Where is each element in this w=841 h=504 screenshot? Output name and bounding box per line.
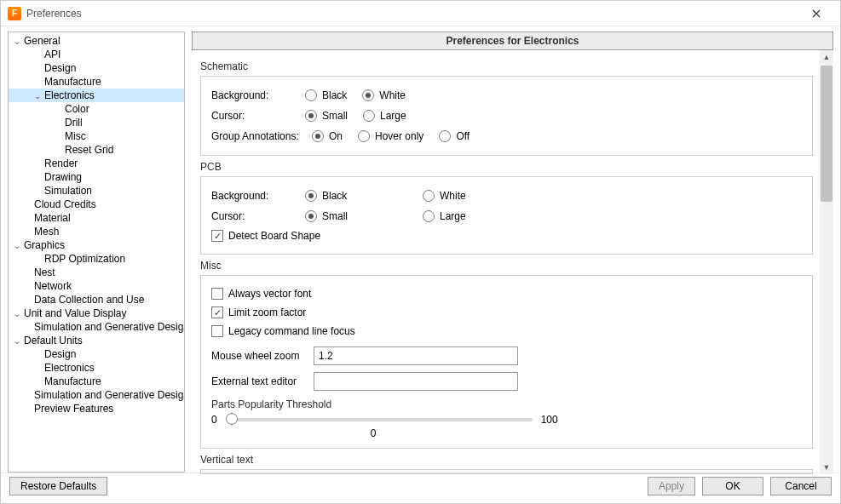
pcb-cursor-small[interactable]: Small [305,210,407,222]
tree-item-label: Mesh [32,226,59,238]
tree-item[interactable]: Simulation [9,184,184,198]
tree-item-label: API [43,49,60,60]
ok-button[interactable]: OK [702,477,763,495]
chevron-down-icon[interactable]: ⌄ [12,336,22,346]
page-header: Preferences for Electronics [192,32,833,50]
chevron-down-icon[interactable]: ⌄ [32,91,43,100]
tree-item[interactable]: Design [9,347,184,361]
chevron-down-icon[interactable]: ⌄ [12,309,22,318]
tree-item[interactable]: Network [9,279,184,293]
tree-item-label: RDP Optimization [43,253,125,265]
group-title-pcb: PCB [200,161,813,173]
pcb-cursor-large[interactable]: Large [423,210,466,222]
tree-item[interactable]: Misc [9,129,184,143]
tree-item[interactable]: RDP Optimization [9,252,184,266]
form-area: Schematic Background: Black White Cursor… [192,50,820,474]
tree-item[interactable]: Color [9,102,184,116]
tree-item[interactable]: ⌄General [9,34,184,48]
parts-pop-label: Parts Popularity Threshold [211,398,802,410]
tree-item-label: Material [32,212,71,224]
nav-tree[interactable]: ⌄GeneralAPIDesignManufacture⌄Electronics… [8,32,185,472]
tree-item[interactable]: Simulation and Generative Design [9,320,184,334]
group-title-misc: Misc [200,260,813,272]
group-title-schematic: Schematic [200,60,813,72]
mouse-wheel-label: Mouse wheel zoom [211,350,314,362]
misc-limit-zoom-check[interactable]: Limit zoom factor [211,303,802,322]
tree-item[interactable]: Mesh [9,225,184,238]
schematic-cursor-small[interactable]: Small [305,110,348,122]
tree-item-label: Design [43,62,76,74]
external-editor-label: External text editor [211,375,314,387]
scroll-down-icon[interactable]: ▼ [820,461,833,474]
group-vertical [200,469,813,474]
tree-item[interactable]: API [9,48,184,61]
tree-item[interactable]: Material [9,211,184,225]
scroll-up-icon[interactable]: ▲ [820,50,833,64]
tree-item-label: Color [63,103,89,115]
tree-item[interactable]: Nest [9,266,184,279]
chevron-down-icon[interactable]: ⌄ [12,241,22,250]
tree-item-label: Preview Features [32,403,113,415]
tree-item[interactable]: ⌄Default Units [9,334,184,347]
tree-item[interactable]: Electronics [9,361,184,375]
tree-item[interactable]: Drill [9,116,184,129]
misc-legacy-cmd-check[interactable]: Legacy command line focus [211,322,802,341]
tree-item[interactable]: Render [9,157,184,170]
slider-max: 100 [541,414,558,426]
schematic-bg-white[interactable]: White [362,89,406,101]
tree-item[interactable]: Drawing [9,170,184,184]
pcb-bg-black[interactable]: Black [305,190,407,202]
tree-item-label: Simulation [43,185,92,197]
tree-item[interactable]: Design [9,61,184,75]
close-button[interactable] [799,2,833,26]
pcb-detect-board-check[interactable]: Detect Board Shape [211,226,802,245]
schematic-groupann-on[interactable]: On [312,130,343,142]
parts-pop-slider[interactable] [226,418,533,421]
schematic-cursor-label: Cursor: [211,110,305,122]
pcb-bg-white[interactable]: White [423,190,466,202]
cancel-button[interactable]: Cancel [770,477,832,495]
apply-button[interactable]: Apply [648,477,695,495]
tree-item-label: Drawing [43,171,82,183]
tree-item[interactable]: Data Collection and Use [9,293,184,306]
schematic-cursor-large[interactable]: Large [363,110,406,122]
slider-min: 0 [211,414,217,426]
schematic-groupann-off[interactable]: Off [439,130,469,142]
tree-item[interactable]: Cloud Credits [9,198,184,211]
mouse-wheel-input[interactable] [314,346,518,365]
tree-item[interactable]: Reset Grid [9,143,184,157]
restore-defaults-button[interactable]: Restore Defaults [9,477,107,495]
tree-item[interactable]: Preview Features [9,402,184,415]
dialog-footer: Restore Defaults Apply OK Cancel [1,472,840,498]
tree-item-label: Nest [32,266,55,278]
window-title: Preferences [26,8,799,20]
tree-item[interactable]: ⌄Graphics [9,238,184,252]
vertical-scrollbar[interactable]: ▲ ▼ [820,50,833,474]
schematic-bg-black[interactable]: Black [305,89,347,101]
tree-item[interactable]: Simulation and Generative Design [9,388,184,402]
tree-item-label: General [22,35,60,47]
slider-thumb[interactable] [226,413,238,425]
schematic-groupann-hover[interactable]: Hover only [358,130,423,142]
tree-item[interactable]: ⌄Unit and Value Display [9,306,184,320]
tree-item[interactable]: Manufacture [9,375,184,388]
external-editor-input[interactable] [314,372,518,391]
right-pane: Preferences for Electronics Schematic Ba… [192,32,833,472]
misc-always-vector-check[interactable]: Always vector font [211,284,802,303]
tree-item-label: Electronics [43,362,95,374]
pcb-cursor-label: Cursor: [211,210,305,222]
scroll-thumb[interactable] [821,66,832,202]
tree-item-label: Default Units [22,335,83,346]
slider-value: 0 [211,427,535,439]
tree-item-label: Misc [63,130,86,142]
tree-item-label: Drill [63,117,83,129]
tree-item[interactable]: ⌄Electronics [9,89,184,102]
tree-item-label: Unit and Value Display [22,307,127,319]
tree-item[interactable]: Manufacture [9,75,184,89]
tree-item-label: Network [32,280,72,292]
group-misc: Always vector font Limit zoom factor Leg… [200,275,813,449]
chevron-down-icon[interactable]: ⌄ [12,37,22,46]
group-schematic: Background: Black White Cursor: Small La… [200,76,813,156]
tree-item-label: Manufacture [43,76,101,88]
app-icon: F [8,7,21,20]
